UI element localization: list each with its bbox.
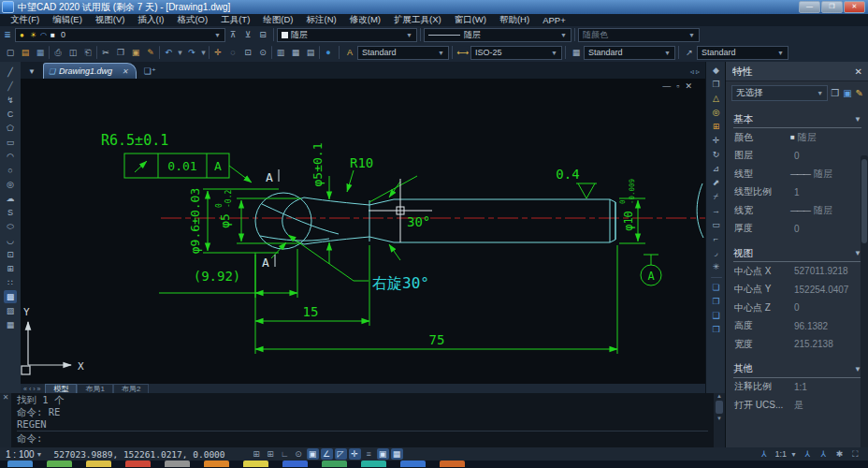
make-block-icon[interactable]: ⊞ — [4, 262, 17, 275]
annotation-scale[interactable]: 1:1 — [775, 449, 788, 459]
taskbar-app[interactable] — [47, 461, 72, 467]
toolpalette-icon[interactable]: ▤ — [304, 46, 317, 59]
dim-style-dropdown[interactable]: ISO-25 ▼ — [470, 46, 562, 60]
taskbar-app[interactable] — [400, 461, 426, 467]
properties-close-icon[interactable]: ✕ — [855, 66, 862, 77]
scroll-up-icon[interactable]: ▲ — [716, 393, 722, 399]
menu-item[interactable]: 工具(T) — [214, 14, 256, 26]
arc-icon[interactable]: C — [4, 108, 17, 121]
property-row[interactable]: 打开 UCS... 是 — [726, 396, 868, 415]
draworder-front-icon[interactable]: ❏ — [710, 281, 723, 294]
linetype-dropdown[interactable]: 随层 ▼ — [424, 28, 571, 42]
otrack-toggle[interactable]: ∠ — [321, 448, 333, 460]
draworder-back-icon[interactable]: ❐ — [710, 295, 723, 308]
command-scrollbar[interactable]: ▲ ▼ — [714, 393, 725, 447]
annotation-icon[interactable]: ⅄ — [759, 448, 771, 460]
color-dropdown[interactable]: 随层 ▼ — [277, 28, 417, 42]
taskbar-app[interactable] — [243, 461, 268, 467]
taskbar-app[interactable] — [7, 461, 33, 467]
arc3p-icon[interactable]: ◠ — [4, 150, 17, 163]
layout-nav-arrows[interactable]: «‹›» — [21, 386, 45, 392]
menu-item[interactable]: 扩展工具(X) — [387, 14, 448, 26]
line-icon[interactable]: ╱ — [4, 66, 17, 79]
menu-item[interactable]: 标注(N) — [300, 14, 343, 26]
menu-item[interactable]: 格式(O) — [170, 14, 214, 26]
text-style-dropdown[interactable]: Standard ▼ — [357, 46, 449, 60]
break-icon[interactable]: ▭ — [710, 218, 723, 231]
draworder-above-icon[interactable]: ❑ — [710, 309, 723, 322]
stretch-icon[interactable]: ⬈ — [710, 176, 723, 189]
menu-item[interactable]: 窗口(W) — [448, 14, 493, 26]
trim-icon[interactable]: ⌿ — [710, 190, 723, 203]
tab-model[interactable]: 模型 — [45, 384, 77, 394]
dyn-toggle[interactable]: ◸ — [335, 448, 347, 460]
menu-item[interactable]: 编辑(E) — [46, 14, 89, 26]
separator[interactable] — [96, 46, 97, 59]
plot-icon[interactable]: ⎙ — [51, 46, 65, 59]
separator[interactable] — [159, 46, 160, 59]
zoom-previous-icon[interactable]: ⊙ — [256, 46, 269, 59]
fillet-icon[interactable]: ◞ — [710, 246, 723, 259]
taskbar-app[interactable] — [440, 461, 465, 467]
section-other[interactable]: 其他 ▼ — [733, 361, 861, 378]
snap-toggle[interactable]: ⊞ — [265, 448, 277, 460]
revcloud-icon[interactable]: ☁ — [4, 192, 17, 205]
point-icon[interactable]: ∷ — [4, 276, 17, 289]
new-tab-icon[interactable]: ❏⁺ — [144, 66, 156, 79]
tab-close-icon[interactable]: ✕ — [122, 67, 128, 76]
tab-layout1[interactable]: 布局1 — [77, 384, 112, 394]
restore-button[interactable]: ❐ — [821, 1, 843, 13]
doc-window-controls[interactable]: —▫✕ — [662, 81, 698, 91]
drawing-canvas[interactable]: —▫✕ — [21, 79, 705, 384]
grid-toggle[interactable]: ⊞ — [251, 448, 263, 460]
table-style-dropdown[interactable]: Standard ▼ — [584, 46, 675, 60]
spline-icon[interactable]: S — [4, 206, 17, 219]
taskbar-app[interactable] — [125, 461, 151, 467]
rectangle-icon[interactable]: ▭ — [4, 136, 17, 149]
draworder-under-icon[interactable]: ❒ — [710, 323, 723, 336]
ellipse-arc-icon[interactable]: ◡ — [4, 234, 17, 247]
plotstyle-dropdown[interactable]: 随颜色 ▼ — [578, 28, 700, 42]
publish-icon[interactable]: ⎗ — [81, 46, 94, 59]
menu-item[interactable]: 绘图(D) — [256, 14, 299, 26]
xline-icon[interactable]: ╱ — [4, 80, 17, 93]
hatch-icon[interactable]: ▩ — [4, 290, 17, 303]
property-row[interactable]: 线型比例 1 — [726, 183, 868, 202]
array-icon[interactable]: ⊞ — [710, 120, 723, 133]
paste-icon[interactable]: ▣ — [129, 46, 142, 59]
doc-close-icon[interactable]: ✕ — [685, 81, 698, 91]
scale-icon[interactable]: ⊿ — [710, 162, 723, 175]
doc-minimize-icon[interactable]: — — [662, 81, 676, 91]
property-row[interactable]: 注释比例 1:1 — [726, 378, 868, 397]
separator[interactable] — [271, 46, 272, 59]
layer-dropdown[interactable]: ●☀◠■ 0 ▼ — [15, 28, 225, 42]
circle-icon[interactable]: ○ — [4, 164, 17, 177]
cycling-toggle[interactable]: ▦ — [391, 448, 403, 460]
preview-icon[interactable]: ◫ — [66, 46, 80, 59]
gradient-icon[interactable]: ▨ — [4, 304, 17, 317]
property-row[interactable]: 中心点 Y 152254.0407 — [726, 281, 868, 300]
layer-properties-icon[interactable]: ≣ — [1, 28, 14, 41]
menu-item[interactable]: 文件(F) — [4, 14, 46, 26]
menu-item[interactable]: 修改(M) — [343, 14, 387, 26]
scale-dropdown-arrow[interactable]: ▼ — [36, 451, 43, 458]
layer-states-icon[interactable]: ⊟ — [256, 28, 269, 41]
tab-layout2[interactable]: 布局2 — [113, 384, 149, 394]
properties-icon[interactable]: ▥ — [274, 46, 287, 59]
matchprop-icon[interactable]: ✎ — [144, 46, 157, 59]
quickprop-toggle[interactable]: ▣ — [377, 448, 389, 460]
anno-autoscale-icon[interactable]: ⅄ — [817, 448, 830, 460]
taskbar-app[interactable] — [86, 461, 111, 467]
extend-icon[interactable]: → — [710, 204, 723, 217]
separator[interactable] — [49, 46, 50, 59]
undo-icon[interactable]: ↶ — [162, 46, 175, 59]
copy-clip-icon[interactable]: ❐ — [114, 46, 127, 59]
command-input[interactable]: 命令: — [17, 431, 708, 446]
close-button[interactable]: ✕ — [844, 1, 865, 13]
osnap-toggle[interactable]: ▣ — [307, 448, 319, 460]
render-icon[interactable]: ● — [322, 46, 335, 59]
layer-previous-icon[interactable]: ⊻ — [241, 28, 254, 41]
property-row[interactable]: 高度 96.1382 — [726, 317, 868, 336]
ducs-toggle[interactable]: ✛ — [349, 448, 361, 460]
menu-item[interactable]: 帮助(H) — [493, 14, 536, 26]
